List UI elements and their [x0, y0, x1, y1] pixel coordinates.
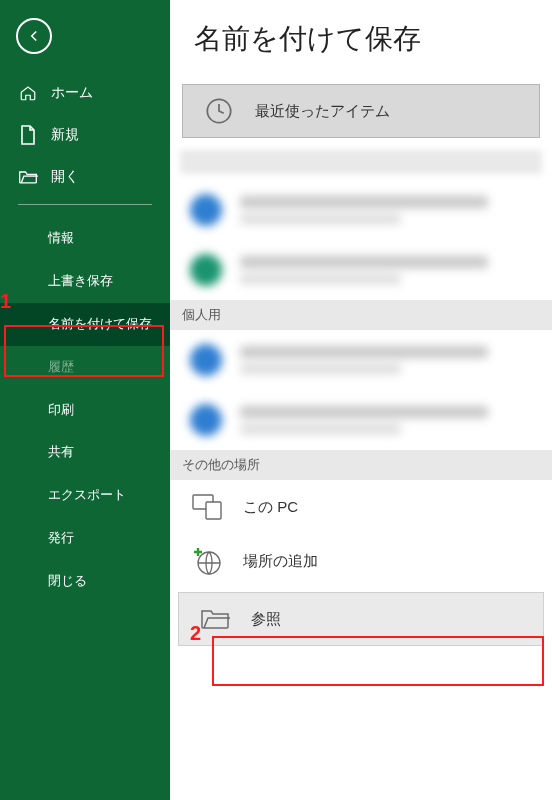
svg-rect-2: [206, 502, 221, 519]
sidebar-item-home[interactable]: ホーム: [0, 72, 170, 114]
sidebar-item-publish[interactable]: 発行: [0, 517, 170, 560]
sidebar-item-label: 開く: [51, 168, 79, 186]
annotation-number-2: 2: [190, 622, 201, 645]
list-item-label: 参照: [251, 610, 281, 629]
location-browse[interactable]: 参照: [178, 592, 544, 646]
new-file-icon: [18, 125, 38, 145]
list-item-label: 最近使ったアイテム: [255, 102, 390, 121]
clock-icon: [203, 95, 235, 127]
recent-items-option[interactable]: 最近使ったアイテム: [182, 84, 540, 138]
location-this-pc[interactable]: この PC: [170, 480, 552, 534]
sidebar-divider: [18, 204, 152, 205]
sidebar-item-print[interactable]: 印刷: [0, 389, 170, 432]
location-add-place[interactable]: 場所の追加: [170, 534, 552, 588]
list-item-label: 場所の追加: [243, 552, 318, 571]
section-header-redacted: [180, 150, 542, 174]
section-header-personal: 個人用: [170, 300, 552, 330]
sidebar-item-info[interactable]: 情報: [0, 217, 170, 260]
backstage-sidebar: ホーム 新規 開く 情報 上書き保存 名前を付けて保存 履歴 印刷 共有 エ: [0, 0, 170, 800]
sidebar-item-share[interactable]: 共有: [0, 431, 170, 474]
sidebar-item-export[interactable]: エクスポート: [0, 474, 170, 517]
redacted-item: [170, 390, 552, 450]
browse-folder-icon: [199, 603, 231, 635]
arrow-left-icon: [25, 27, 43, 45]
sidebar-item-save[interactable]: 上書き保存: [0, 260, 170, 303]
list-item-label: この PC: [243, 498, 298, 517]
sidebar-item-open[interactable]: 開く: [0, 156, 170, 198]
redacted-item: [170, 180, 552, 240]
sidebar-item-close[interactable]: 閉じる: [0, 560, 170, 603]
home-icon: [18, 83, 38, 103]
back-button[interactable]: [16, 18, 52, 54]
annotation-number-1: 1: [0, 290, 11, 313]
section-header-other: その他の場所: [170, 450, 552, 480]
this-pc-icon: [191, 491, 223, 523]
sidebar-item-new[interactable]: 新規: [0, 114, 170, 156]
main-panel: 名前を付けて保存 最近使ったアイテム 個人用 その他の場所 この PC 場所の追: [170, 0, 552, 800]
sidebar-item-label: ホーム: [51, 84, 93, 102]
open-folder-icon: [18, 167, 38, 187]
sidebar-item-label: 新規: [51, 126, 79, 144]
add-place-icon: [191, 545, 223, 577]
page-title: 名前を付けて保存: [170, 0, 552, 84]
sidebar-item-save-as[interactable]: 名前を付けて保存: [0, 303, 170, 346]
sidebar-item-history: 履歴: [0, 346, 170, 389]
redacted-item: [170, 240, 552, 300]
redacted-item: [170, 330, 552, 390]
